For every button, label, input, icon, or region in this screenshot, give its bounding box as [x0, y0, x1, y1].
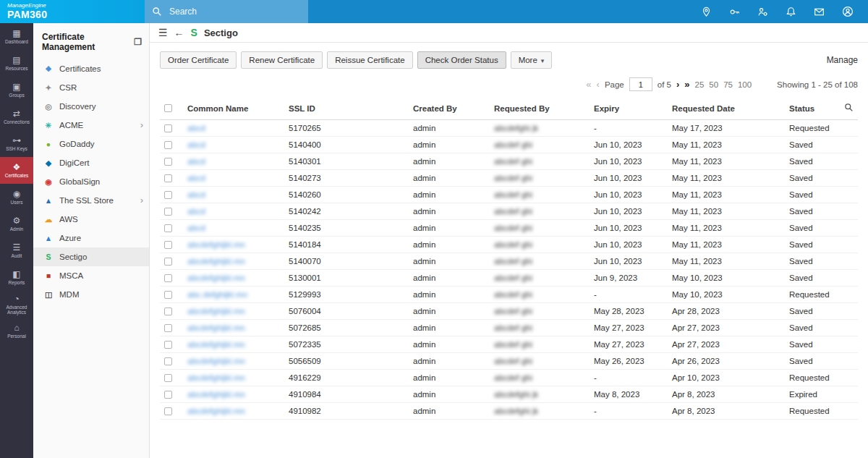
row-checkbox[interactable] — [164, 341, 172, 349]
row-checkbox[interactable] — [164, 291, 172, 299]
sidebar-item-certificates[interactable]: ❖Certificates — [33, 59, 149, 78]
common-name-link[interactable]: abcdefghijkl.mn — [187, 323, 245, 332]
rail-item-dashboard[interactable]: ▦Dashboard — [0, 23, 33, 50]
row-checkbox[interactable] — [164, 174, 172, 182]
search-input[interactable] — [168, 6, 301, 17]
rail-item-resources[interactable]: ▤Resources — [0, 50, 33, 77]
rail-item-groups[interactable]: ▣Groups — [0, 77, 33, 103]
expiry-cell: - — [590, 370, 668, 386]
common-name-link[interactable]: abcdefghijkl.mn — [187, 340, 245, 349]
requested-by-text: abcdef ghi — [494, 240, 532, 249]
mail-icon[interactable] — [814, 7, 825, 17]
row-checkbox[interactable] — [164, 391, 172, 399]
page-size-25[interactable]: 25 — [695, 80, 705, 89]
sidebar-item-digicert[interactable]: ◆DigiCert — [33, 153, 149, 172]
more-button[interactable]: More▾ — [511, 51, 553, 69]
sidebar-item-godaddy[interactable]: ●GoDaddy — [33, 135, 149, 153]
common-name-link[interactable]: abcdefghijkl.mn — [187, 390, 245, 399]
common-name-link[interactable]: abcd — [187, 224, 205, 232]
rail-item-admin[interactable]: ⚙Admin — [0, 211, 33, 237]
row-checkbox[interactable] — [164, 308, 172, 315]
order-certificate-button[interactable]: Order Certificate — [160, 51, 237, 69]
sidebar-item-label: AWS — [59, 214, 78, 224]
sidebar-item-acme[interactable]: ✳ACME› — [33, 116, 149, 135]
column-requested-date[interactable]: Requested Date — [668, 97, 785, 120]
rail-item-certificates[interactable]: ❖Certificates — [0, 157, 33, 184]
column-common-name[interactable]: Common Name — [183, 97, 284, 120]
global-search[interactable] — [145, 0, 308, 23]
sidebar-item-globalsign[interactable]: ◉GlobalSign — [33, 172, 149, 191]
common-name-link[interactable]: abcdefghijkl.mn — [187, 407, 245, 415]
sidebar-item-msca[interactable]: ■MSCA — [33, 266, 149, 285]
page-size-100[interactable]: 100 — [738, 80, 752, 89]
sidebar-item-the-ssl-store[interactable]: ▲The SSL Store› — [33, 191, 149, 210]
requested-by-cell: abcdef ghi — [490, 303, 590, 320]
reissue-certificate-button[interactable]: Reissue Certificate — [327, 51, 413, 69]
rail-item-audit[interactable]: ☰Audit — [0, 237, 33, 264]
common-name-link[interactable]: abcdefghijkl.mn — [187, 240, 245, 249]
popout-icon[interactable]: ❐ — [134, 37, 142, 47]
common-name-link[interactable]: abcd — [187, 124, 205, 132]
bell-icon[interactable] — [786, 7, 796, 17]
key-icon[interactable] — [729, 7, 740, 17]
row-checkbox[interactable] — [164, 208, 172, 216]
prev-page-icon[interactable]: ‹ — [597, 80, 600, 89]
profile-icon[interactable] — [842, 6, 854, 17]
rail-item-connections[interactable]: ⇄Connections — [0, 103, 33, 130]
renew-certificate-button[interactable]: Renew Certificate — [241, 51, 323, 69]
common-name-link[interactable]: abcdefghijkl.mn — [187, 357, 245, 365]
column-ssl-id[interactable]: SSL ID — [284, 97, 409, 120]
common-name-link[interactable]: abc.defghijkl.mn — [187, 290, 247, 299]
row-checkbox[interactable] — [164, 224, 172, 232]
select-all-checkbox[interactable] — [164, 104, 172, 112]
row-checkbox[interactable] — [164, 158, 172, 166]
common-name-link[interactable]: abcd — [187, 140, 205, 149]
sidebar-item-discovery[interactable]: ◎Discovery — [33, 97, 149, 116]
common-name-link[interactable]: abcd — [187, 174, 205, 182]
row-checkbox[interactable] — [164, 274, 172, 282]
manage-link[interactable]: Manage — [827, 55, 858, 65]
sidebar-item-mdm[interactable]: ◫MDM — [33, 285, 149, 304]
sidebar-item-csr[interactable]: ✦CSR — [33, 78, 149, 97]
rail-item-ssh-keys[interactable]: ⊶SSH Keys — [0, 130, 33, 157]
back-icon[interactable]: ← — [174, 27, 184, 38]
sidebar-item-azure[interactable]: ▲Azure — [33, 229, 149, 247]
column-requested-by[interactable]: Requested By — [490, 97, 590, 120]
row-checkbox[interactable] — [164, 191, 172, 199]
rail-item-users[interactable]: ◉Users — [0, 184, 33, 211]
row-checkbox[interactable] — [164, 124, 172, 132]
common-name-link[interactable]: abcdefghijkl.mn — [187, 257, 245, 266]
rail-item-reports[interactable]: ◧Reports — [0, 264, 33, 291]
row-checkbox[interactable] — [164, 258, 172, 266]
last-page-icon[interactable]: » — [684, 80, 689, 89]
common-name-link[interactable]: abcd — [187, 190, 205, 199]
sidebar-item-sectigo[interactable]: SSectigo — [33, 247, 149, 266]
common-name-link[interactable]: abcdefghijkl.mn — [187, 373, 245, 382]
row-checkbox[interactable] — [164, 324, 172, 332]
rail-item-personal[interactable]: ⌂Personal — [0, 318, 33, 344]
common-name-link[interactable]: abcd — [187, 157, 205, 166]
table-search-icon[interactable] — [844, 105, 854, 114]
row-checkbox[interactable] — [164, 357, 172, 365]
page-size-75[interactable]: 75 — [723, 80, 733, 89]
column-created-by[interactable]: Created By — [409, 97, 490, 120]
check-order-status-button[interactable]: Check Order Status — [417, 51, 506, 69]
row-checkbox[interactable] — [164, 241, 172, 249]
row-checkbox[interactable] — [164, 407, 172, 415]
page-input[interactable] — [629, 77, 652, 91]
next-page-icon[interactable]: › — [676, 80, 679, 89]
rail-item-advanced-analytics[interactable]: ◔Advanced Analytics — [0, 291, 33, 318]
menu-toggle-icon[interactable]: ☰ — [158, 27, 168, 38]
row-checkbox[interactable] — [164, 141, 172, 149]
row-checkbox[interactable] — [164, 374, 172, 382]
column-status[interactable]: Status — [785, 97, 832, 120]
page-size-50[interactable]: 50 — [709, 80, 718, 89]
first-page-icon[interactable]: « — [586, 80, 591, 89]
sidebar-item-aws[interactable]: ☁AWS — [33, 210, 149, 229]
column-expiry[interactable]: Expiry — [590, 97, 668, 120]
common-name-link[interactable]: abcd — [187, 207, 205, 216]
user-admin-icon[interactable] — [757, 7, 768, 17]
common-name-link[interactable]: abcdefghijkl.mn — [187, 307, 245, 315]
common-name-link[interactable]: abcdefghijkl.mn — [187, 273, 245, 282]
location-icon[interactable] — [701, 7, 712, 17]
